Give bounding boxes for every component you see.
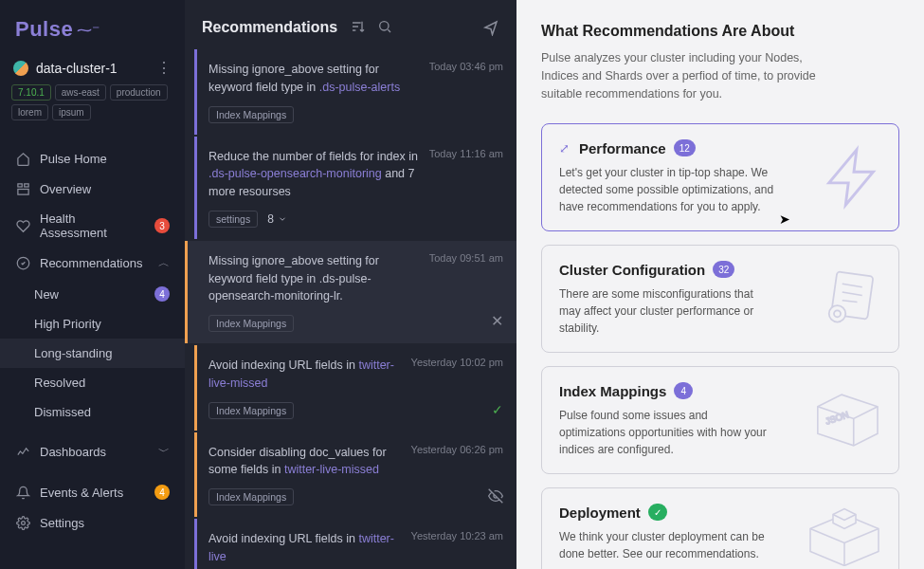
tag: production — [110, 84, 168, 101]
count-dropdown[interactable]: 8 — [267, 212, 287, 226]
expand-icon: ⤢ — [559, 141, 570, 156]
recommendation-text: Missing ignore_above setting for keyword… — [208, 252, 420, 305]
nav-dismissed[interactable]: Dismissed — [0, 397, 185, 427]
nav-overview[interactable]: Overview — [0, 174, 185, 204]
nav-label: Pulse Home — [40, 152, 170, 166]
timestamp: Yesterday 10:23 am — [411, 530, 503, 566]
recommendation-item[interactable]: Avoid indexing URL fields in twitter-liv… — [194, 345, 516, 431]
nav-dashboards[interactable]: Dashboards ﹀ — [0, 436, 185, 468]
badge-count: 4 — [154, 485, 170, 500]
nav-new[interactable]: New 4 — [0, 279, 185, 309]
svg-point-5 — [380, 22, 389, 30]
card-desc: Let's get your cluster in tip-top shape.… — [559, 164, 777, 215]
resource-link[interactable]: twitter-live-missed — [284, 463, 379, 476]
card-performance[interactable]: ⤢ Performance 12 Let's get your cluster … — [541, 123, 899, 231]
nav-recommendations[interactable]: Recommendations ︿ — [0, 248, 185, 279]
heart-icon — [15, 218, 30, 233]
recommendation-item[interactable]: Avoid indexing URL fields in twitter-liv… — [194, 519, 516, 569]
nav-health[interactable]: Health Assessment 3 — [0, 204, 185, 248]
sort-icon[interactable] — [351, 19, 366, 36]
nav-settings[interactable]: Settings — [0, 507, 185, 538]
recommendation-list[interactable]: Missing ignore_above setting for keyword… — [185, 49, 516, 569]
card-desc: We think your cluster deployment can be … — [559, 528, 777, 562]
panel-header: Recommendations — [185, 0, 516, 49]
timestamp: Today 09:51 am — [429, 252, 503, 305]
home-icon — [15, 151, 30, 166]
resource-link[interactable]: twitter-live — [208, 532, 394, 563]
svg-line-7 — [842, 284, 862, 288]
nav-label: Events & Alerts — [40, 486, 145, 500]
resource-link[interactable]: .ds-pulse-opensearch-monitoring — [208, 167, 382, 180]
nav-label: Resolved — [34, 376, 170, 390]
resource-link[interactable]: .ds-pulse-alerts — [319, 81, 400, 94]
json-doc-icon: JSON — [811, 392, 887, 449]
timestamp: Yesterday 10:02 pm — [411, 357, 503, 393]
bell-icon — [15, 485, 30, 500]
cluster-name: data-cluster-1 — [36, 61, 118, 76]
sidebar: Pulse ⁓⁻ data-cluster-1 ⋮ 7.10.1 aws-eas… — [0, 0, 185, 569]
share-icon[interactable] — [482, 19, 499, 36]
tag: aws-east — [55, 84, 106, 101]
recommendation-text: Avoid indexing URL fields in twitter-liv… — [208, 530, 402, 566]
card-deployment[interactable]: Deployment ✓ We think your cluster deplo… — [541, 487, 899, 569]
card-index-mappings[interactable]: Index Mappings 4 Pulse found some issues… — [541, 366, 899, 474]
recommendation-item[interactable]: Reduce the number of fields for index in… — [194, 137, 516, 239]
overview-icon — [15, 181, 30, 196]
chart-icon — [15, 445, 30, 460]
nav-high-priority[interactable]: High Priority — [0, 309, 185, 339]
nav-events[interactable]: Events & Alerts 4 — [0, 477, 185, 507]
check-icon: ✓ — [492, 402, 503, 417]
svg-rect-0 — [17, 183, 21, 186]
resource-link[interactable]: twitter-live-missed — [208, 358, 394, 390]
card-title: Index Mappings — [559, 383, 666, 399]
nav-label: High Priority — [34, 317, 170, 331]
card-desc: Pulse found some issues and optimization… — [559, 407, 777, 458]
about-title: What Recommendations Are About — [541, 23, 899, 40]
card-desc: There are some misconfigurations that ma… — [559, 285, 777, 337]
svg-line-9 — [842, 301, 858, 303]
svg-line-8 — [842, 292, 862, 296]
nav-resolved[interactable]: Resolved — [0, 368, 185, 397]
nav-long-standing[interactable]: Long-standing — [0, 339, 185, 368]
recommendation-item[interactable]: Consider disabling doc_values for some f… — [194, 432, 516, 518]
timestamp: Today 03:46 pm — [429, 61, 503, 97]
server-stack-icon — [802, 500, 887, 566]
card-title: Cluster Configuration — [559, 262, 705, 278]
card-badge: 32 — [713, 261, 734, 278]
svg-rect-2 — [17, 189, 27, 194]
nav-label: Recommendations — [40, 256, 149, 270]
recommendation-text: Missing ignore_above setting for keyword… — [208, 61, 420, 97]
cursor-icon: ➤ — [779, 211, 790, 227]
recommendation-item[interactable]: Missing ignore_above setting for keyword… — [194, 49, 516, 135]
category-chip: Index Mappings — [208, 402, 294, 419]
nav-label: Long-standing — [34, 346, 170, 360]
more-icon[interactable]: ⋮ — [156, 59, 172, 77]
category-chip: Index Mappings — [208, 315, 294, 332]
tag: lorem — [11, 104, 48, 120]
nav-label: Health Assessment — [40, 211, 145, 240]
cluster-selector[interactable]: data-cluster-1 ⋮ — [0, 55, 185, 84]
svg-point-4 — [21, 521, 25, 524]
eye-off-icon[interactable] — [488, 488, 503, 504]
search-icon[interactable] — [377, 19, 392, 36]
panel-title: Recommendations — [202, 19, 337, 36]
check-circle-icon — [15, 256, 30, 271]
card-cluster-config[interactable]: Cluster Configuration 32 There are some … — [541, 245, 899, 353]
recommendation-item[interactable]: Missing ignore_above setting for keyword… — [185, 241, 516, 343]
recommendations-panel: Recommendations Missing ignore_above set… — [185, 0, 516, 569]
lightning-icon — [821, 144, 887, 211]
category-chip: Index Mappings — [208, 106, 294, 123]
close-icon[interactable]: ✕ — [491, 312, 503, 330]
card-badge: 12 — [674, 139, 696, 156]
cluster-icon — [13, 61, 28, 76]
category-chip: settings — [208, 211, 258, 228]
badge-count: 4 — [154, 286, 170, 302]
category-chip: Index Mappings — [208, 488, 294, 505]
nav-home[interactable]: Pulse Home — [0, 143, 185, 174]
svg-point-10 — [829, 305, 846, 322]
badge-count: 3 — [154, 218, 170, 233]
recommendation-text: Reduce the number of fields for index in… — [208, 148, 420, 201]
nav-label: Dismissed — [34, 405, 170, 419]
recommendation-text: Consider disabling doc_values for some f… — [208, 444, 402, 480]
brand-logo[interactable]: Pulse ⁓⁻ — [0, 17, 185, 55]
